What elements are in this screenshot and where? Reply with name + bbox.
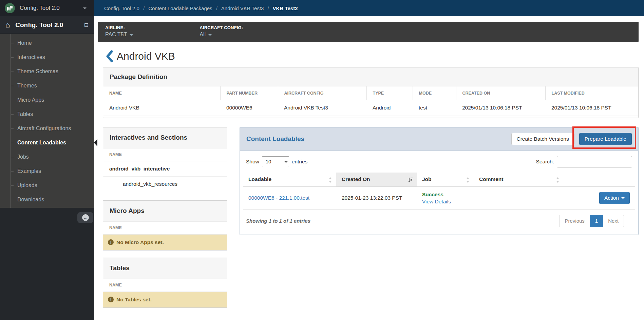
pagination-previous[interactable]: Previous	[559, 215, 590, 227]
column-header-created-on[interactable]: Created On	[336, 173, 417, 187]
table-row: 00000WE6 - 221.1.00.test 2025-01-23 13:2…	[243, 187, 635, 209]
sidebar-item-examples[interactable]: Examples	[0, 164, 94, 178]
sidebar-collapse-button[interactable]: ←	[77, 212, 93, 223]
content-loadables-panel: Content Loadables Create Batch Versions …	[240, 127, 639, 235]
app-logo-icon	[5, 3, 15, 13]
main-area: Config. Tool 2.0 / Content Loadable Pack…	[94, 0, 644, 320]
sort-icon	[466, 177, 470, 183]
create-batch-versions-button[interactable]: Create Batch Versions	[511, 133, 574, 145]
aircraft-config-label: AIRCRAFT CONFIG:	[200, 25, 243, 30]
sidebar-item-content-loadables[interactable]: Content Loadables	[0, 136, 94, 150]
breadcrumb-separator: /	[143, 5, 145, 11]
airline-dropdown[interactable]: PAC T5T	[105, 32, 133, 38]
sort-desc-icon	[408, 177, 413, 183]
package-definition-panel: Package Definition NAME PART NUMBER AIRC…	[103, 67, 639, 118]
column-header-name: NAME	[103, 279, 227, 292]
sidebar-item-uploads[interactable]: Uploads	[0, 178, 94, 193]
sidebar-item-label: Home	[17, 40, 32, 46]
column-header-created-on: CREATED ON	[456, 86, 545, 100]
show-label: Show	[246, 159, 259, 165]
sidebar-item-micro-apps[interactable]: Micro Apps	[0, 93, 94, 107]
search-input[interactable]	[557, 156, 632, 167]
pagination-next[interactable]: Next	[603, 215, 624, 227]
collapse-panel-icon[interactable]: ⊟	[84, 22, 89, 28]
column-label: Loadable	[248, 176, 271, 182]
cell-name: Android VKB	[103, 100, 220, 116]
brand-switcher[interactable]: Config. Tool 2.0	[0, 0, 94, 16]
sidebar: Config. Tool 2.0 ⌂ Config. Tool 2.0 ⊟ Ho…	[0, 0, 94, 320]
aircraft-config-value: All	[200, 32, 206, 38]
filter-bar: AIRLINE: PAC T5T AIRCRAFT CONFIG: All	[98, 22, 639, 42]
pagination: Previous 1 Next	[559, 215, 624, 227]
sidebar-home-header[interactable]: ⌂ Config. Tool 2.0 ⊟	[0, 16, 94, 34]
column-header-name: NAME	[103, 148, 227, 161]
breadcrumb: Config. Tool 2.0 / Content Loadable Pack…	[94, 0, 644, 16]
sidebar-item-label: Interactives	[17, 54, 45, 60]
table-footer: Showing 1 to 1 of 1 entries Previous 1 N…	[243, 209, 635, 235]
tables-panel: Tables NAME ! No Tables set.	[103, 258, 227, 308]
back-icon[interactable]	[105, 50, 113, 62]
sidebar-item-aircraft-configurations[interactable]: Aircraft Configurations	[0, 121, 94, 136]
column-header-type: TYPE	[366, 86, 413, 100]
cell-aircraft-config: Android VKB Test3	[278, 100, 366, 116]
cell-created-on: 2025/01/13 10:06:18 PST	[456, 100, 545, 116]
sidebar-title: Config. Tool 2.0	[15, 21, 84, 29]
micro-apps-panel-header: Micro Apps	[103, 201, 227, 222]
package-definition-table: NAME PART NUMBER AIRCRAFT CONFIG TYPE MO…	[103, 86, 638, 116]
left-column: Interactives and Sections NAME android_v…	[103, 127, 227, 308]
warning-text: No Micro Apps set.	[116, 239, 164, 245]
column-label: Job	[422, 176, 432, 182]
breadcrumb-separator: /	[216, 5, 217, 11]
pagination-page-1[interactable]: 1	[590, 215, 603, 227]
view-details-link[interactable]: View Details	[422, 199, 468, 205]
app-window: Config. Tool 2.0 ⌂ Config. Tool 2.0 ⊟ Ho…	[0, 0, 644, 320]
sidebar-item-label: Uploads	[17, 182, 37, 188]
cell-comment	[474, 187, 564, 209]
sidebar-item-home[interactable]: Home	[0, 36, 94, 50]
breadcrumb-item[interactable]: Content Loadable Packages	[148, 5, 212, 11]
cell-mode: test	[413, 100, 456, 116]
sidebar-item-label: Content Loadables	[17, 140, 66, 146]
content-loadables-body: Show 10 entries Search:	[240, 151, 638, 235]
sidebar-item-label: Theme Schemas	[17, 68, 58, 75]
column-header-job[interactable]: Job	[417, 173, 474, 187]
column-header-name: NAME	[103, 222, 227, 235]
column-header-part-number: PART NUMBER	[220, 86, 278, 100]
list-item-interactive[interactable]: android_vkb_interactive	[103, 161, 227, 177]
home-icon: ⌂	[5, 21, 10, 29]
aircraft-config-filter: AIRCRAFT CONFIG: All	[200, 25, 243, 38]
page-content: AIRLINE: PAC T5T AIRCRAFT CONFIG: All	[94, 16, 644, 320]
breadcrumb-separator: /	[267, 5, 269, 11]
breadcrumb-item[interactable]: Config. Tool 2.0	[104, 5, 139, 11]
page-size-select[interactable]: 10	[262, 156, 289, 167]
aircraft-config-dropdown[interactable]: All	[200, 32, 243, 38]
column-header-aircraft-config: AIRCRAFT CONFIG	[278, 86, 366, 100]
prepare-loadable-button[interactable]: Prepare Loadable	[579, 133, 632, 145]
interactives-panel-header: Interactives and Sections	[103, 127, 227, 148]
warning-icon: !	[108, 297, 114, 302]
column-header-loadable[interactable]: Loadable	[243, 173, 336, 187]
arrow-left-icon: ←	[82, 214, 89, 221]
loadables-table: Loadable Created On Job	[243, 173, 635, 209]
cell-created-on: 2025-01-23 13:22:03 PST	[336, 187, 417, 209]
table-row: Android VKB 00000WE6 Android VKB Test3 A…	[103, 100, 638, 116]
entries-summary: Showing 1 to 1 of 1 entries	[246, 218, 310, 224]
sidebar-item-label: Downloads	[17, 197, 44, 203]
sidebar-item-jobs[interactable]: Jobs	[0, 150, 94, 164]
sidebar-item-interactives[interactable]: Interactives	[0, 50, 94, 64]
job-status-badge: Success	[422, 192, 443, 197]
action-dropdown-button[interactable]: Action	[599, 192, 630, 204]
column-header-last-modified: LAST MODIFIED	[545, 86, 638, 100]
sidebar-item-label: Themes	[17, 83, 37, 89]
table-controls: Show 10 entries Search:	[243, 155, 635, 167]
list-item-resource[interactable]: android_vkb_resources	[103, 177, 227, 192]
airline-label: AIRLINE:	[105, 25, 133, 30]
sidebar-item-downloads[interactable]: Downloads	[0, 193, 94, 207]
column-header-comment[interactable]: Comment	[474, 173, 564, 187]
column-label: Comment	[479, 176, 503, 182]
loadable-link[interactable]: 00000WE6 - 221.1.00.test	[248, 195, 309, 201]
sidebar-item-theme-schemas[interactable]: Theme Schemas	[0, 64, 94, 79]
sidebar-item-tables[interactable]: Tables	[0, 107, 94, 121]
breadcrumb-item[interactable]: Android VKB Test3	[221, 5, 264, 11]
sidebar-item-themes[interactable]: Themes	[0, 79, 94, 93]
